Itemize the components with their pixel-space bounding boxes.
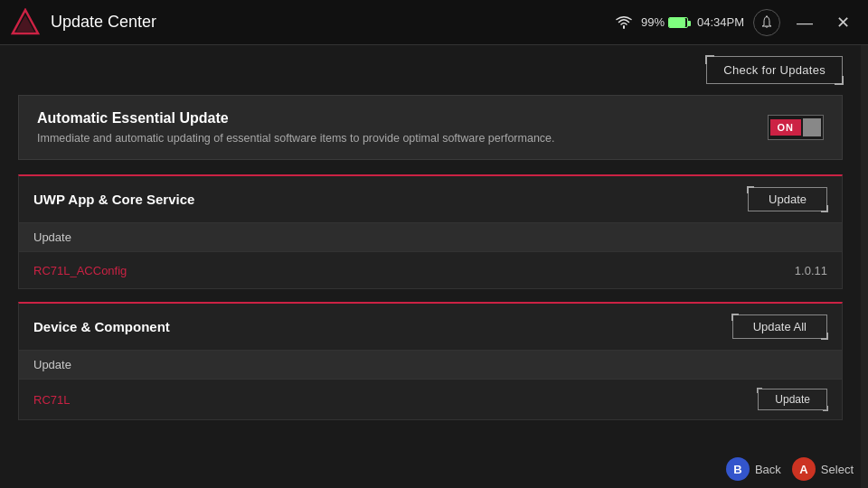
top-action-row: Check for Updates (18, 56, 843, 84)
close-button[interactable]: ✕ (829, 11, 857, 34)
minimize-button[interactable]: — (789, 11, 820, 34)
toggle-switch[interactable]: ON (768, 115, 825, 140)
table-row: RC71L Update (19, 380, 842, 419)
auto-update-description: Immediate and automatic updating of esse… (37, 132, 555, 145)
auto-update-title: Automatic Essential Update (37, 110, 555, 127)
uwp-item-name: RC71L_ACConfig (33, 264, 777, 277)
toggle-on-label: ON (770, 119, 802, 136)
auto-update-toggle[interactable]: ON (768, 115, 825, 140)
wifi-icon (616, 16, 632, 29)
back-label: Back (755, 463, 781, 476)
toggle-knob (803, 118, 821, 136)
app-logo (11, 8, 40, 37)
svg-point-2 (766, 15, 768, 17)
uwp-sub-header: Update (19, 223, 842, 252)
title-bar-controls: 99% 04:34PM — ✕ (616, 9, 857, 36)
bell-icon (760, 15, 774, 30)
device-section: Device & Component Update All Update RC7… (18, 302, 843, 420)
device-item-update-button[interactable]: Update (758, 389, 827, 410)
battery-percentage: 99% (641, 15, 665, 29)
title-bar: Update Center 99% 04:34PM (0, 0, 868, 45)
device-update-all-button[interactable]: Update All (732, 314, 827, 339)
battery-status: 99% (641, 15, 688, 29)
uwp-update-button[interactable]: Update (748, 187, 827, 211)
window-title: Update Center (51, 13, 616, 32)
device-section-header: Device & Component Update All (19, 304, 842, 351)
time-display: 04:34PM (697, 15, 744, 29)
check-updates-button[interactable]: Check for Updates (706, 56, 843, 84)
device-sub-header: Update (19, 351, 842, 380)
device-item-name: RC71L (33, 393, 387, 407)
back-nav-button[interactable]: B Back (726, 457, 781, 481)
select-label: Select (821, 463, 854, 476)
bottom-nav: B Back A Select (712, 450, 868, 488)
select-icon: A (792, 457, 816, 481)
uwp-section-title: UWP App & Core Service (33, 192, 194, 207)
table-row: RC71L_ACConfig 1.0.11 (19, 252, 842, 288)
uwp-section: UWP App & Core Service Update Update RC7… (18, 174, 843, 289)
scroll-track (861, 45, 868, 488)
main-content: Check for Updates Automatic Essential Up… (0, 45, 868, 488)
select-nav-button[interactable]: A Select (792, 457, 854, 481)
auto-update-section: Automatic Essential Update Immediate and… (18, 95, 843, 160)
wifi-status (616, 16, 632, 29)
uwp-section-header: UWP App & Core Service Update (19, 176, 842, 223)
uwp-item-version: 1.0.11 (795, 264, 827, 277)
battery-icon (668, 17, 688, 28)
device-section-title: Device & Component (33, 319, 170, 334)
back-icon: B (726, 457, 750, 481)
auto-update-text: Automatic Essential Update Immediate and… (37, 110, 555, 145)
notification-button[interactable] (753, 9, 780, 36)
